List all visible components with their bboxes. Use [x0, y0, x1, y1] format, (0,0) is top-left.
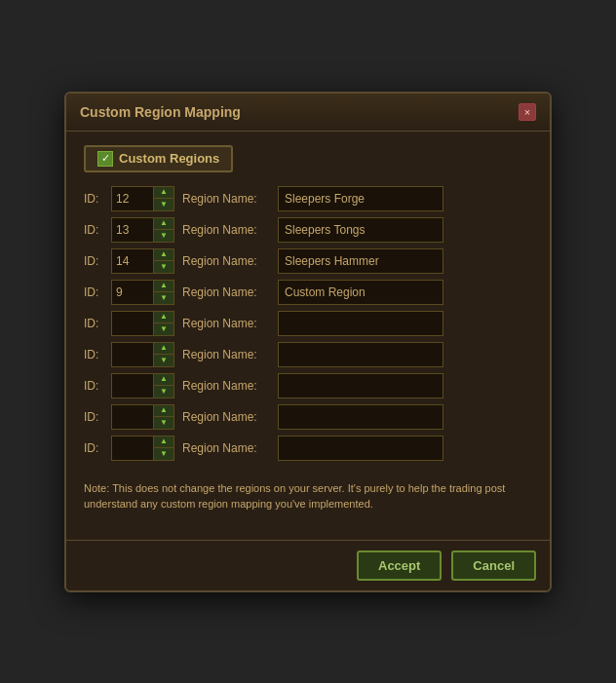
- region-name-input[interactable]: [278, 186, 443, 211]
- id-input[interactable]: [112, 280, 153, 305]
- spinner-buttons: ▲ ▼: [153, 311, 173, 336]
- field-row: ID: ▲ ▼ Region Name:: [84, 186, 532, 211]
- region-name-input[interactable]: [278, 404, 443, 430]
- dialog-title: Custom Region Mapping: [80, 104, 241, 120]
- checkbox-mark: ✓: [97, 151, 113, 167]
- id-input[interactable]: [112, 373, 153, 398]
- id-label: ID:: [84, 348, 103, 361]
- id-spinner-wrapper: ▲ ▼: [111, 342, 174, 367]
- region-name-label: Region Name:: [182, 223, 270, 237]
- region-name-input[interactable]: [278, 248, 443, 274]
- region-name-input[interactable]: [278, 436, 443, 461]
- region-name-label: Region Name:: [182, 441, 270, 455]
- id-spinner-wrapper: ▲ ▼: [111, 280, 174, 305]
- spinner-up-button[interactable]: ▲: [154, 342, 173, 356]
- spinner-up-button[interactable]: ▲: [154, 373, 173, 387]
- spinner-up-button[interactable]: ▲: [154, 186, 173, 200]
- accept-button[interactable]: Accept: [357, 550, 442, 581]
- region-name-input[interactable]: [278, 217, 443, 243]
- spinner-buttons: ▲ ▼: [153, 436, 173, 461]
- field-row: ID: ▲ ▼ Region Name:: [84, 280, 532, 305]
- spinner-down-button[interactable]: ▼: [154, 230, 173, 243]
- id-spinner-wrapper: ▲ ▼: [111, 186, 174, 211]
- field-row: ID: ▲ ▼ Region Name:: [84, 248, 532, 274]
- spinner-up-button[interactable]: ▲: [154, 217, 173, 231]
- cancel-button[interactable]: Cancel: [451, 550, 536, 581]
- region-name-input[interactable]: [278, 373, 443, 398]
- spinner-buttons: ▲ ▼: [153, 186, 173, 211]
- spinner-buttons: ▲ ▼: [153, 217, 173, 243]
- dialog-footer: Accept Cancel: [66, 540, 550, 590]
- id-spinner-wrapper: ▲ ▼: [111, 217, 174, 243]
- id-input[interactable]: [112, 342, 153, 367]
- spinner-up-button[interactable]: ▲: [154, 404, 173, 418]
- fields-container: ID: ▲ ▼ Region Name: ID: ▲ ▼ Region Name…: [84, 186, 532, 461]
- field-row: ID: ▲ ▼ Region Name:: [84, 217, 532, 243]
- checkbox-row: ✓ Custom Regions: [84, 145, 532, 172]
- region-name-label: Region Name:: [182, 317, 270, 330]
- id-label: ID:: [84, 317, 103, 330]
- dialog: Custom Region Mapping × ✓ Custom Regions…: [64, 92, 552, 592]
- spinner-down-button[interactable]: ▼: [154, 323, 173, 336]
- region-name-label: Region Name:: [182, 254, 270, 268]
- field-row: ID: ▲ ▼ Region Name:: [84, 342, 532, 367]
- dialog-header: Custom Region Mapping ×: [66, 94, 550, 132]
- id-label: ID:: [84, 410, 103, 424]
- spinner-down-button[interactable]: ▼: [154, 386, 173, 398]
- spinner-down-button[interactable]: ▼: [154, 417, 173, 430]
- spinner-buttons: ▲ ▼: [153, 404, 173, 430]
- spinner-buttons: ▲ ▼: [153, 280, 173, 305]
- spinner-down-button[interactable]: ▼: [154, 199, 173, 211]
- custom-regions-label: Custom Regions: [119, 151, 219, 166]
- region-name-label: Region Name:: [182, 192, 270, 206]
- spinner-buttons: ▲ ▼: [153, 248, 173, 274]
- id-input[interactable]: [112, 404, 153, 430]
- spinner-buttons: ▲ ▼: [153, 373, 173, 398]
- region-name-input[interactable]: [278, 342, 443, 367]
- region-name-label: Region Name:: [182, 410, 270, 424]
- field-row: ID: ▲ ▼ Region Name:: [84, 373, 532, 398]
- spinner-down-button[interactable]: ▼: [154, 292, 173, 305]
- id-input[interactable]: [112, 186, 153, 211]
- region-name-input[interactable]: [278, 311, 443, 336]
- id-spinner-wrapper: ▲ ▼: [111, 248, 174, 274]
- spinner-up-button[interactable]: ▲: [154, 436, 173, 449]
- close-button[interactable]: ×: [519, 103, 536, 121]
- id-label: ID:: [84, 285, 103, 299]
- spinner-up-button[interactable]: ▲: [154, 280, 173, 293]
- id-label: ID:: [84, 441, 103, 455]
- id-input[interactable]: [112, 217, 153, 243]
- note-text: Note: This does not change the regions o…: [84, 474, 532, 512]
- id-label: ID:: [84, 223, 103, 237]
- field-row: ID: ▲ ▼ Region Name:: [84, 311, 532, 336]
- region-name-label: Region Name:: [182, 348, 270, 361]
- spinner-up-button[interactable]: ▲: [154, 248, 173, 262]
- dialog-body: ✓ Custom Regions ID: ▲ ▼ Region Name: ID…: [66, 132, 550, 540]
- field-row: ID: ▲ ▼ Region Name:: [84, 436, 532, 461]
- spinner-down-button[interactable]: ▼: [154, 355, 173, 367]
- id-label: ID:: [84, 192, 103, 206]
- id-input[interactable]: [112, 436, 153, 461]
- id-input[interactable]: [112, 248, 153, 274]
- spinner-buttons: ▲ ▼: [153, 342, 173, 367]
- field-row: ID: ▲ ▼ Region Name:: [84, 404, 532, 430]
- id-spinner-wrapper: ▲ ▼: [111, 373, 174, 398]
- region-name-label: Region Name:: [182, 285, 270, 299]
- region-name-input[interactable]: [278, 280, 443, 305]
- custom-regions-checkbox-label[interactable]: ✓ Custom Regions: [84, 145, 233, 172]
- region-name-label: Region Name:: [182, 379, 270, 393]
- id-label: ID:: [84, 254, 103, 268]
- id-spinner-wrapper: ▲ ▼: [111, 311, 174, 336]
- id-spinner-wrapper: ▲ ▼: [111, 436, 174, 461]
- id-input[interactable]: [112, 311, 153, 336]
- id-label: ID:: [84, 379, 103, 393]
- spinner-up-button[interactable]: ▲: [154, 311, 173, 324]
- spinner-down-button[interactable]: ▼: [154, 261, 173, 274]
- spinner-down-button[interactable]: ▼: [154, 448, 173, 461]
- id-spinner-wrapper: ▲ ▼: [111, 404, 174, 430]
